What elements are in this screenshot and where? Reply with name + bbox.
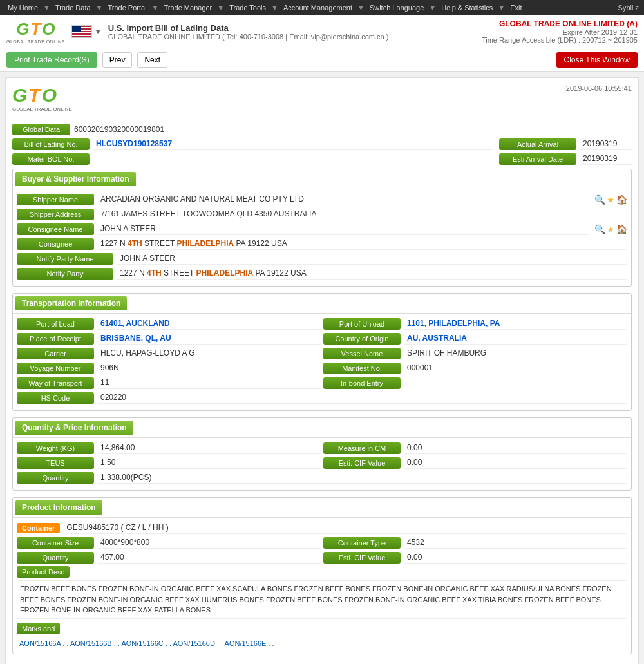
product-header-wrap: Product Information — [13, 498, 631, 518]
product-desc-text: FROZEN BEEF BONES FROZEN BONE-IN ORGANIC… — [17, 580, 627, 619]
hs-code-row: HS Code 020220 — [17, 392, 627, 404]
shipper-star-icon[interactable]: ★ — [607, 194, 615, 205]
voyage-manifest-row: Voyage Number 906N Manifest No. 000001 — [17, 362, 627, 374]
master-bol-field: Mater BOL No. — [12, 153, 493, 165]
nav-my-home[interactable]: My Home — [5, 3, 41, 13]
notify-party-name-row: Notify Party Name JOHN A STEER — [17, 252, 627, 265]
buyer-supplier-header: Buyer & Supplier Information — [15, 172, 136, 186]
shipper-home-icon[interactable]: 🏠 — [616, 194, 627, 205]
print-record-button-top[interactable]: Print Trade Record(S) — [6, 52, 97, 68]
consignee-row: Consignee 1227 N 4TH STREET PHILADELPHIA… — [17, 238, 627, 250]
nav-account-management[interactable]: Account Management — [281, 3, 355, 13]
vessel-value: SPIRIT OF HAMBURG — [404, 347, 627, 359]
carrier-field: Carrier HLCU, HAPAG-LLOYD A G — [17, 347, 321, 359]
expire-date: Expire After 2019-12-31 — [482, 28, 638, 36]
nav-trade-manager[interactable]: Trade Manager — [161, 3, 214, 13]
notify-philadelphia: PHILADELPHIA — [196, 269, 254, 278]
notify-party-name-value: JOHN A STEER — [117, 252, 627, 265]
consignee-4th: 4TH — [128, 239, 142, 248]
teus-label: TEUS — [17, 457, 94, 469]
marks-value: AON/15166A . . AON/15166B . . AON/15166C… — [17, 637, 627, 650]
bol-value: HLCUSYD190128537 — [93, 138, 493, 150]
port-unload-value: 1101, PHILADELPHIA, PA — [404, 318, 627, 330]
shipper-search-icon[interactable]: 🔍 — [594, 194, 605, 205]
qty-label: Quantity — [17, 472, 94, 484]
consignee-label: Consignee — [17, 238, 94, 250]
container-size-value: 4000*900*800 — [98, 536, 321, 549]
esti-arrival-value: 20190319 — [580, 153, 632, 165]
header-left: G T O GLOBAL TRADE ONLINE ▼ U.S. Import … — [6, 19, 388, 44]
port-load-blue: 61401, AUCKLAND — [100, 319, 170, 328]
measure-label: Measure in CM — [323, 442, 401, 454]
notify-party-name-label: Notify Party Name — [17, 253, 113, 265]
next-button-top[interactable]: Next — [137, 52, 167, 68]
report-logo-g: G — [12, 84, 27, 106]
nav-trade-portal[interactable]: Trade Portal — [105, 3, 149, 13]
manifest-field: Manifest No. 000001 — [323, 362, 627, 374]
port-unload-field: Port of Unload 1101, PHILADELPHIA, PA — [323, 318, 627, 330]
carrier-value: HLCU, HAPAG-LLOYD A G — [98, 347, 321, 359]
master-bol-label: Mater BOL No. — [12, 153, 90, 165]
consignee-home-icon[interactable]: 🏠 — [616, 224, 627, 234]
shipper-name-label: Shipper Name — [17, 194, 94, 205]
nav-trade-tools[interactable]: Trade Tools — [227, 3, 269, 13]
bol-row: Bill of Lading No. HLCUSYD190128537 Actu… — [12, 138, 632, 150]
page-header: G T O GLOBAL TRADE ONLINE ▼ U.S. Import … — [0, 15, 644, 48]
esti-arrival-field: Esti Arrival Date 20190319 — [499, 153, 632, 165]
actual-arrival-field: Actual Arrival 20190319 — [499, 138, 632, 150]
report-header: G T O GLOBAL TRADE ONLINE 2019-06-06 10:… — [12, 84, 632, 117]
prod-qty-value: 457.00 — [98, 551, 321, 564]
hs-code-value: 020220 — [98, 392, 627, 404]
quantity-header: Quantity & Price Information — [15, 421, 133, 435]
nav-exit[interactable]: Exit — [507, 3, 524, 13]
prod-cif-label: Esti. CIF Value — [323, 552, 401, 564]
teus-value: 1.50 — [98, 457, 321, 469]
transport-section: Transportation Information Port of Load … — [12, 293, 632, 411]
shipper-address-label: Shipper Address — [17, 209, 94, 220]
report-datetime: 2019-06-06 10:55:41 — [566, 84, 632, 92]
weight-value: 14,864.00 — [98, 442, 321, 454]
receipt-origin-row: Place of Receipt BRISBANE, QL, AU Countr… — [17, 332, 627, 345]
record-footer: U.S. Import Bill of Lading Data 1 / 1 60… — [12, 661, 632, 665]
container-type-field: Container Type 4532 — [323, 536, 627, 549]
transport-header-wrap: Transportation Information — [13, 294, 631, 314]
bol-field: Bill of Lading No. HLCUSYD190128537 — [12, 138, 493, 150]
measure-value: 0.00 — [404, 442, 627, 454]
consignee-search-icon[interactable]: 🔍 — [594, 224, 605, 234]
marks-label: Marks and — [17, 623, 60, 634]
report-logo-t: T — [28, 84, 40, 106]
main-content: G T O GLOBAL TRADE ONLINE 2019-06-06 10:… — [5, 77, 639, 664]
voyage-value: 906N — [98, 362, 321, 374]
container-value: GESU9485170 ( CZ / L / HH ) — [64, 522, 627, 534]
country-origin-blue: AU, AUSTRALIA — [407, 334, 467, 343]
quantity-section: Quantity & Price Information Weight (KG)… — [12, 417, 632, 491]
voyage-field: Voyage Number 906N — [17, 362, 321, 374]
nav-trade-data[interactable]: Trade Data — [53, 3, 93, 13]
nav-switch-language[interactable]: Switch Language — [367, 3, 426, 13]
close-window-button-top[interactable]: Close This Window — [556, 52, 638, 68]
global-data-value: 600320190320000019801 — [74, 125, 164, 134]
esti-cif-label: Esti. CIF Value — [323, 457, 401, 469]
weight-label: Weight (KG) — [17, 442, 94, 454]
notify-party-value: 1227 N 4TH STREET PHILADELPHIA PA 19122 … — [117, 267, 627, 280]
quantity-body: Weight (KG) 14,864.00 Measure in CM 0.00… — [13, 438, 631, 490]
container-row: Container GESU9485170 ( CZ / L / HH ) — [17, 522, 627, 534]
port-load-value: 61401, AUCKLAND — [98, 318, 321, 330]
consignee-star-icon[interactable]: ★ — [607, 224, 615, 234]
transport-body: Port of Load 61401, AUCKLAND Port of Unl… — [13, 314, 631, 410]
esti-cif-value: 0.00 — [404, 457, 627, 469]
master-bol-row: Mater BOL No. Esti Arrival Date 20190319 — [12, 153, 632, 165]
header-subtitle: GLOBAL TRADE ONLINE LIMITED ( Tel: 400-7… — [108, 33, 389, 41]
country-origin-field: Country of Origin AU, AUSTRALIA — [323, 332, 627, 345]
us-flag — [71, 25, 92, 38]
nav-help-statistics[interactable]: Help & Statistics — [439, 3, 495, 13]
prev-button-top[interactable]: Prev — [102, 52, 133, 68]
consignee-name-value: JOHN A STEER — [98, 223, 589, 235]
container-size-field: Container Size 4000*900*800 — [17, 536, 321, 549]
vessel-field: Vessel Name SPIRIT OF HAMBURG — [323, 347, 627, 359]
buyer-supplier-body: Shipper Name ARCADIAN ORGANIC AND NATURA… — [13, 189, 631, 286]
shipper-name-value: ARCADIAN ORGANIC AND NATURAL MEAT CO PTY… — [98, 193, 589, 205]
port-load-field: Port of Load 61401, AUCKLAND — [17, 318, 321, 330]
prod-qty-label: Quantity — [17, 552, 94, 564]
voyage-label: Voyage Number — [17, 363, 94, 374]
